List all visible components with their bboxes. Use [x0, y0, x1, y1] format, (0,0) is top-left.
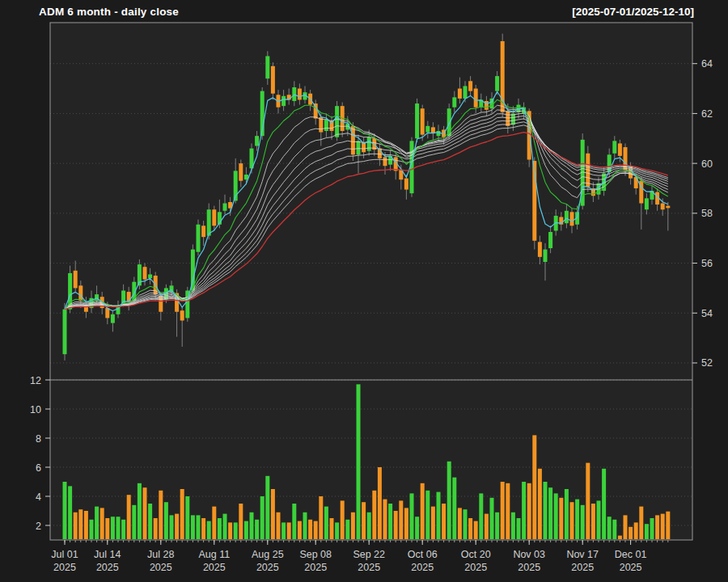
volume-bar — [90, 520, 94, 539]
x-axis-label-year: 2025 — [411, 562, 434, 573]
volume-bar — [78, 509, 83, 539]
candle — [463, 86, 468, 98]
volume-bar — [281, 522, 286, 539]
volume-bar — [218, 518, 222, 539]
volume-bar — [511, 512, 515, 539]
candle — [383, 157, 387, 166]
volume-bar — [319, 496, 323, 539]
candle — [357, 141, 361, 154]
volume-bar — [292, 504, 296, 539]
x-axis-label-year: 2025 — [304, 562, 327, 573]
x-axis-label-year: 2025 — [53, 562, 76, 573]
candle — [425, 126, 430, 133]
volume-bar — [624, 515, 628, 539]
volume-bar — [485, 514, 489, 539]
volume-bar — [228, 522, 232, 539]
price-axis-label: 60 — [701, 158, 713, 170]
volume-bar — [522, 482, 526, 539]
candle — [111, 314, 115, 323]
volume-bar — [527, 483, 531, 539]
volume-bar — [597, 500, 601, 539]
volume-axis-label: 12 — [30, 375, 41, 386]
volume-axis-label: 8 — [36, 433, 41, 445]
volume-bar — [116, 517, 121, 539]
volume-bar — [197, 515, 201, 539]
price-axis-label: 62 — [701, 108, 713, 120]
volume-bar — [74, 512, 78, 539]
volume-bar — [463, 509, 468, 539]
volume-bar — [298, 521, 302, 539]
candle — [474, 89, 478, 108]
candle — [335, 106, 339, 137]
volume-bar — [191, 515, 195, 539]
volume-bar — [207, 521, 211, 539]
volume-bar — [565, 489, 569, 539]
volume-bar — [335, 522, 339, 539]
volume-bar — [271, 489, 275, 539]
candle — [223, 203, 227, 210]
volume-bar — [495, 512, 499, 539]
volume-bar — [111, 517, 115, 539]
volume-bar — [84, 511, 88, 539]
volume-bar — [277, 512, 281, 539]
plot-background — [50, 23, 692, 540]
volume-bar — [474, 521, 478, 539]
x-axis-label-date: Aug 25 — [252, 549, 284, 560]
x-axis-label-year: 2025 — [150, 562, 172, 573]
volume-bar — [143, 487, 147, 539]
candle — [324, 120, 328, 131]
candle — [212, 209, 216, 226]
volume-bar — [127, 495, 131, 539]
volume-bar — [324, 507, 328, 539]
volume-bar — [314, 521, 318, 539]
volume-bar — [244, 521, 248, 539]
volume-bar — [468, 518, 472, 539]
candle — [538, 242, 542, 257]
volume-bar — [618, 536, 622, 539]
volume-bar — [415, 517, 419, 539]
volume-bar — [255, 520, 259, 539]
x-axis-label-year: 2025 — [358, 562, 380, 573]
candle — [415, 103, 419, 138]
volume-bar — [138, 483, 142, 539]
volume-bar — [132, 505, 136, 539]
candle — [201, 226, 205, 237]
x-axis-label-year: 2025 — [518, 562, 540, 573]
x-axis-label-year: 2025 — [571, 562, 594, 573]
candle — [180, 310, 184, 320]
candle — [468, 81, 472, 91]
volume-bar — [100, 508, 104, 539]
volume-bar — [602, 469, 606, 539]
candle — [495, 76, 499, 91]
x-axis-label-year: 2025 — [620, 562, 642, 573]
x-axis-label-year: 2025 — [256, 562, 279, 573]
x-axis-label-date: Jul 14 — [94, 549, 121, 560]
volume-bar — [68, 486, 72, 539]
volume-bar — [437, 492, 441, 539]
volume-bar — [490, 498, 494, 539]
volume-bar — [185, 496, 189, 539]
volume-bar — [612, 520, 616, 539]
volume-bar — [634, 522, 638, 539]
volume-bar — [452, 478, 456, 539]
volume-bar — [362, 502, 366, 539]
volume-bar — [121, 520, 125, 539]
volume-bar — [666, 512, 670, 539]
volume-bar — [544, 482, 548, 539]
volume-bar — [442, 504, 446, 539]
volume-bar — [607, 517, 612, 539]
x-axis-label-date: Oct 20 — [461, 549, 491, 560]
candle — [645, 198, 649, 209]
volume-bar — [250, 512, 254, 539]
volume-bar — [105, 518, 109, 539]
volume-axis-label: 6 — [36, 462, 41, 474]
volume-bar — [399, 500, 403, 539]
volume-axis-label: 4 — [36, 491, 41, 503]
candle — [255, 136, 259, 146]
price-axis-label: 64 — [701, 58, 713, 70]
candle — [506, 111, 510, 126]
volume-bar — [345, 520, 349, 539]
volume-axis-label: 10 — [30, 404, 41, 415]
volume-axis-label: 2 — [36, 521, 41, 532]
volume-bar — [517, 518, 521, 539]
